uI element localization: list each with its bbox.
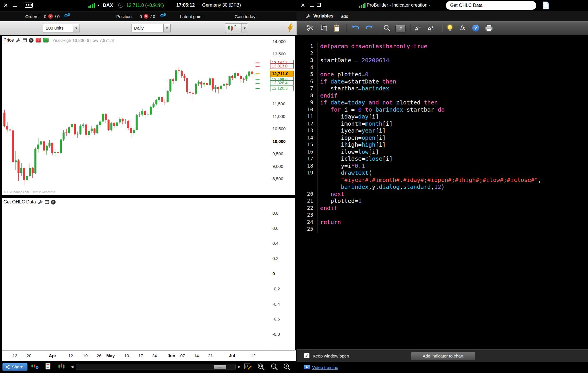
wrench-icon[interactable] [38, 200, 43, 205]
chart-type-button[interactable]: ▼ [225, 23, 248, 33]
close-pane-icon[interactable]: ✕ [29, 38, 34, 43]
code-line[interactable]: "#iyear#.#imonth#.#iday#;#iopen#;#ihigh#… [297, 176, 588, 184]
code-line[interactable]: 10 for i = 0 to barindex-startbar do [297, 106, 588, 113]
code-line[interactable]: 12 imonth=month[i] [297, 120, 588, 127]
code-editor[interactable]: 1defparam drawonlastbaronly=true23startD… [297, 35, 588, 349]
scrollbar-thumb[interactable] [214, 365, 226, 369]
time-axis[interactable]: 1320Apr121926May101724Jun071421Jul12 [2, 350, 296, 361]
print-button[interactable] [485, 24, 493, 33]
code-line[interactable]: 14 iopen=open[i] [297, 134, 588, 141]
code-line[interactable]: 25 [297, 226, 588, 233]
redo-button[interactable] [365, 24, 374, 32]
timeframe-select[interactable]: Daily ▼ [131, 24, 171, 32]
pane-divider[interactable] [0, 195, 296, 198]
cut-button[interactable] [307, 24, 314, 32]
chart-style-icon[interactable] [58, 363, 65, 371]
document-icon[interactable] [542, 1, 550, 11]
code-line[interactable]: 5once plotted=0 [297, 71, 588, 78]
code-line[interactable]: 6if date=startDate then [297, 78, 588, 85]
instrument-name[interactable]: DAX [103, 3, 113, 8]
paste-button[interactable] [333, 24, 340, 33]
indicator-name-input[interactable]: Get OHLC Data [446, 1, 536, 10]
code-text: endif [317, 205, 337, 212]
order-list-icon[interactable] [45, 363, 51, 371]
code-line[interactable]: 9if date=today and not plotted then [297, 99, 588, 106]
code-line[interactable]: 11 iday=day[i] [297, 113, 588, 120]
chart-settings-icon[interactable] [31, 363, 39, 371]
zoom-out-button[interactable] [270, 363, 278, 372]
keyboard-icon[interactable] [25, 3, 33, 8]
code-line[interactable]: 3startDate = 20200614 [297, 57, 588, 64]
wrench-icon[interactable] [16, 38, 21, 43]
comment-button[interactable]: // [395, 25, 406, 32]
popout-window-icon[interactable] [23, 38, 27, 42]
line-number: 4 [297, 64, 317, 71]
zoom-in-button[interactable] [283, 363, 291, 372]
code-line[interactable]: 20 next [297, 191, 588, 198]
decrease-font-button[interactable]: A− [415, 25, 421, 32]
add-variable-link[interactable]: add [341, 14, 348, 19]
chevron-down-icon[interactable]: ▼ [73, 24, 80, 32]
scroll-right-button[interactable]: ▶ [238, 364, 241, 369]
add-indicator-button[interactable]: Add indicator to chart [411, 352, 475, 360]
code-text: y=i*0.1 [317, 162, 365, 170]
code-line[interactable]: 24return [297, 219, 588, 226]
code-line[interactable]: 13 iyear=year[i] [297, 127, 588, 134]
price-pane[interactable]: Price ✕ ↓ ↑ Year:High 13,830.6 Low 7,971… [2, 36, 269, 195]
close-icon[interactable]: ✕ [301, 2, 305, 9]
lightbulb-icon[interactable] [448, 25, 452, 30]
indicator-pane[interactable]: Get OHLC Data ✕ [2, 198, 269, 350]
close-position-icon[interactable]: ✕ [144, 14, 148, 19]
close-pane-icon[interactable]: ✕ [51, 200, 56, 205]
code-line[interactable]: 18 y=i*0.1 [297, 162, 588, 170]
code-line[interactable]: 1defparam drawonlastbaronly=true [297, 43, 588, 50]
code-line[interactable]: 22endif [297, 205, 588, 212]
chart-toolbar: 200 units ▼ Daily ▼ ▼ [0, 21, 297, 35]
video-training-link[interactable]: Video training [312, 365, 338, 370]
close-icon[interactable]: ✕ [3, 2, 8, 9]
info-icon[interactable]: i [118, 3, 123, 8]
popout-window-icon[interactable] [45, 200, 49, 204]
share-button[interactable]: Share [2, 363, 28, 371]
fit-zoom-icon[interactable] [257, 363, 265, 372]
code-line[interactable]: 16 ilow=low[i] [297, 148, 588, 156]
code-line[interactable]: barindex,y,dialog,standard,12) [297, 183, 588, 191]
maximize-icon[interactable] [317, 3, 321, 7]
scroll-left-button[interactable]: ◀ [71, 364, 74, 369]
minimize-icon[interactable] [13, 6, 17, 7]
zoom-selection-icon[interactable] [244, 363, 252, 372]
units-select[interactable]: 200 units ▼ [43, 24, 80, 32]
minimize-icon[interactable] [310, 6, 314, 7]
chevron-down-icon[interactable]: ▼ [241, 24, 248, 33]
code-line[interactable]: 4 [297, 64, 588, 71]
lightning-icon[interactable] [287, 24, 293, 34]
code-line[interactable]: 19 drawtext( [297, 169, 588, 176]
code-line[interactable]: 8endif [297, 92, 588, 99]
code-line[interactable]: 7 startbar=barindex [297, 85, 588, 92]
code-line[interactable]: 15 ihigh=high[i] [297, 141, 588, 148]
chart-window: ✕ ▾ DAX i 12,711.0 (+0.91%) 17:05:12 Ger… [0, 0, 297, 373]
line-number: 2 [297, 50, 317, 57]
code-line[interactable]: 21 plotted=1 [297, 197, 588, 205]
undo-button[interactable] [351, 24, 360, 32]
sell-button[interactable]: ↓ [36, 38, 41, 42]
function-library-button[interactable]: fx [460, 24, 465, 31]
cancel-orders-icon[interactable]: ✕ [48, 14, 53, 19]
price-axis[interactable]: 14,00013,50011,50011,00010,50010,0009,50… [269, 36, 295, 350]
orders-settings-icon[interactable]: ⚙⚙ [64, 13, 71, 19]
chevron-down-icon[interactable]: ▾ [98, 3, 99, 7]
chevron-down-icon[interactable]: ▼ [163, 24, 170, 32]
orders-count: 0 [44, 14, 46, 19]
search-button[interactable] [383, 24, 391, 33]
code-line[interactable]: 17 iclose=close[i] [297, 155, 588, 162]
chart-scrollbar[interactable] [76, 364, 236, 370]
keep-window-open-checkbox[interactable]: ✓ [304, 353, 310, 358]
copy-button[interactable] [321, 24, 328, 33]
help-button[interactable]: ? [472, 25, 479, 32]
code-text: startbar=barindex [317, 85, 389, 92]
code-line[interactable]: 23 [297, 211, 588, 219]
position-settings-icon[interactable]: ⚙⚙ [160, 13, 167, 19]
buy-button[interactable]: ↑ [43, 38, 49, 42]
increase-font-button[interactable]: A+ [428, 25, 434, 32]
code-line[interactable]: 2 [297, 50, 588, 57]
